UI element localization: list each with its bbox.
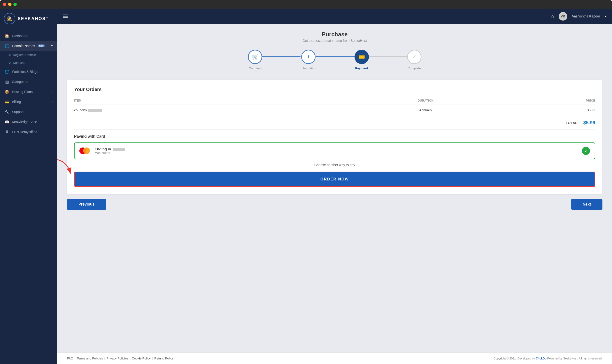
sidebar-item-dashboard[interactable]: 🏠 Dashboard	[0, 31, 57, 41]
total-label: TOTAL:	[566, 121, 579, 125]
sidebar-item-dashboard-label: Dashboard	[12, 34, 28, 38]
sidebar-item-hosting-plans-label: Hosting Plans	[12, 90, 33, 94]
footer-privacy-link[interactable]: Privacy Policies	[106, 357, 128, 360]
step-information-circle: ℹ	[301, 50, 315, 64]
user-name[interactable]: Vashishtha Kapoor	[572, 14, 600, 18]
divider	[74, 129, 595, 130]
websites-icon: 🌐	[5, 70, 9, 74]
window-chrome	[0, 0, 612, 9]
sidebar-item-domains[interactable]: Domains	[0, 59, 57, 67]
home-icon: 🏠	[5, 34, 9, 38]
next-button[interactable]: Next	[571, 199, 602, 210]
sidebar: 🕵️ SEEKAHOST 🏠 Dashboard 🌐 Domain Names …	[0, 9, 57, 364]
sidebar-item-pbn-demystified[interactable]: 🖥 PBN Demystified	[0, 127, 57, 137]
step-payment-label: Payment	[355, 66, 368, 70]
sidebar-item-domain-names[interactable]: 🌐 Domain Names New ▾	[0, 41, 57, 51]
step-information: ℹ Information	[300, 50, 316, 70]
footer: FAQ | Terms and Policies | Privacy Polic…	[57, 352, 612, 364]
item-price: $5.99	[504, 104, 595, 116]
step-cart-item-label: Cart Item	[249, 66, 261, 70]
payment-section-label: Paying with Card	[74, 134, 595, 139]
order-now-button[interactable]: ORDER NOW	[75, 172, 595, 186]
sidebar-item-billing[interactable]: 💳 Billing ‹	[0, 97, 57, 107]
step-line-3	[369, 56, 407, 57]
sidebar-item-domains-label: Domains	[13, 61, 25, 65]
purchase-header: Purchase Get the best domain name from S…	[67, 31, 602, 42]
orders-table: ITEM DURATION PRICE coupons ••••••	[74, 97, 595, 116]
choose-another-link[interactable]: Choose another way to pay	[74, 163, 595, 167]
item-name: coupons ••••••	[74, 104, 348, 116]
topbar: ⌂ VK Vashishtha Kapoor ▾	[57, 9, 612, 24]
categories-icon: ▤	[5, 79, 9, 84]
sidebar-logo: 🕵️ SEEKAHOST	[0, 9, 57, 29]
card-ending-text: Ending in	[95, 147, 578, 151]
order-btn-wrapper: ORDER NOW	[74, 172, 595, 187]
step-line-1	[262, 56, 300, 57]
step-complete-circle: ✓	[407, 50, 421, 64]
sidebar-item-register-domain-label: Register Domain	[13, 53, 36, 57]
table-row: coupons •••••• Annually $5.99	[74, 104, 595, 116]
footer-faq-link[interactable]: FAQ	[67, 357, 73, 360]
orders-card: Your Orders ITEM DURATION PRICE	[67, 79, 602, 194]
sidebar-item-support[interactable]: 🔧 Support	[0, 107, 57, 117]
step-cart-item: 🛒 Cart Item	[248, 50, 262, 70]
footer-refund-link[interactable]: Refund Policy	[154, 357, 173, 360]
col-item: ITEM	[74, 97, 348, 104]
step-information-label: Information	[300, 66, 316, 70]
step-line-2	[316, 56, 354, 57]
card-option[interactable]: Ending in Mastercard ✓	[74, 143, 595, 159]
chrome-minimize-dot[interactable]	[8, 3, 12, 6]
footer-links: FAQ | Terms and Policies | Privacy Polic…	[67, 357, 174, 360]
hamburger-menu[interactable]	[63, 14, 68, 18]
annotation-wrapper: ORDER NOW	[74, 172, 595, 187]
sidebar-item-categories-label: Categories	[12, 80, 28, 84]
card-info: Ending in Mastercard	[95, 147, 578, 155]
globe-icon: 🌐	[5, 44, 9, 48]
home-nav-icon[interactable]: ⌂	[551, 13, 554, 19]
footer-terms-link[interactable]: Terms and Policies	[77, 357, 103, 360]
step-complete: ✓ Complete	[407, 50, 421, 70]
avatar: VK	[559, 12, 567, 21]
col-duration: DURATION	[348, 97, 504, 104]
sidebar-item-hosting-plans[interactable]: 📦 Hosting Plans ‹	[0, 87, 57, 97]
sidebar-item-websites-blogs[interactable]: 🌐 Websites & Blogs ‹	[0, 67, 57, 77]
support-icon: 🔧	[5, 110, 9, 114]
logo-icon: 🕵️	[4, 13, 15, 24]
logo-text: SEEKAHOST	[18, 16, 49, 21]
step-payment: 💳 Payment	[354, 50, 369, 70]
col-price: PRICE	[504, 97, 595, 104]
chevron-down-icon: ‹	[52, 70, 52, 73]
main-content: Purchase Get the best domain name from S…	[57, 24, 612, 364]
step-complete-label: Complete	[408, 66, 421, 70]
sidebar-item-register-domain[interactable]: Register Domain	[0, 51, 57, 59]
sidebar-nav: 🏠 Dashboard 🌐 Domain Names New ▾ Registe…	[0, 29, 57, 364]
card-type: Mastercard	[95, 151, 578, 155]
sub-dot-icon	[9, 54, 11, 56]
sidebar-item-pbn-demystified-label: PBN Demystified	[12, 130, 37, 134]
billing-icon: 💳	[5, 100, 9, 104]
mastercard-icon	[79, 147, 91, 154]
footer-cookie-link[interactable]: Cookie Policy	[132, 357, 151, 360]
sidebar-item-domain-names-label: Domain Names	[12, 44, 35, 48]
sidebar-item-support-label: Support	[12, 110, 24, 114]
chrome-close-dot[interactable]	[3, 3, 6, 6]
user-dropdown-chevron[interactable]: ▾	[605, 14, 606, 18]
red-arrow-annotation	[57, 157, 77, 176]
check-circle-icon: ✓	[582, 147, 590, 155]
purchase-title: Purchase	[67, 31, 602, 38]
sidebar-item-categories[interactable]: ▤ Categories	[0, 77, 57, 87]
total-amount: $5.99	[583, 120, 595, 126]
sidebar-item-billing-label: Billing	[12, 100, 21, 104]
step-payment-circle: 💳	[354, 50, 369, 64]
masked-text: ••••••	[88, 109, 102, 112]
domain-names-badge: New	[38, 44, 45, 47]
chrome-maximize-dot[interactable]	[13, 3, 17, 6]
purchase-subtitle: Get the best domain name from SeekaHost	[67, 39, 602, 42]
sidebar-item-knowledge-base-label: Knowledge Base	[12, 120, 37, 124]
previous-button[interactable]: Previous	[67, 199, 106, 210]
knowledge-icon: 📖	[5, 120, 9, 124]
pbn-icon: 🖥	[5, 130, 9, 134]
total-row: TOTAL: $5.99	[74, 116, 595, 129]
chevron-down-icon: ‹	[52, 90, 52, 93]
sidebar-item-knowledge-base[interactable]: 📖 Knowledge Base	[0, 117, 57, 127]
